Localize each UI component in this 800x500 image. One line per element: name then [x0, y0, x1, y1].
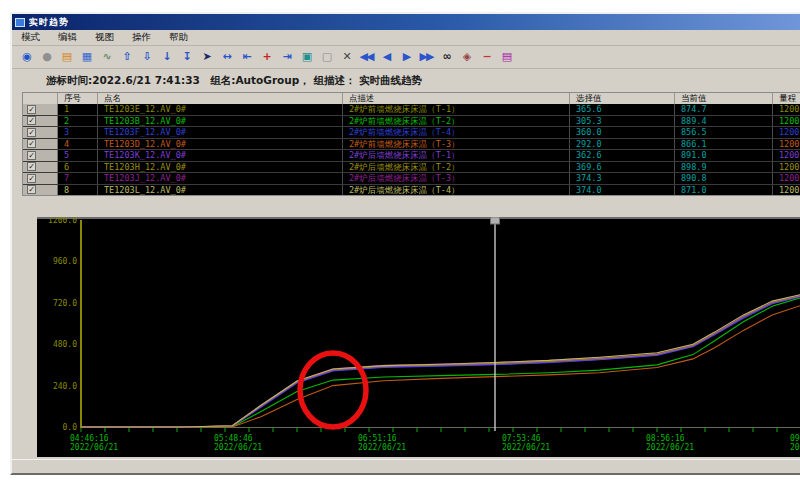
table-row[interactable]: ✓3TE1203F_12.AV_0#2#炉前墙燃烧床床温（T-4）360.085…: [23, 127, 800, 139]
trend-chart-panel[interactable]: 0.0240.0480.0720.0960.01200.004:46:16202…: [37, 217, 800, 457]
range-value: 1200.0: [773, 185, 800, 196]
table-row[interactable]: ✓5TE1203K_12.AV_0#2#炉后墙燃烧床床温（T-1）362.689…: [23, 150, 800, 162]
column-header-4: 选择值: [570, 93, 675, 104]
x-tick-date-label: 2022/06/21: [646, 443, 694, 452]
title-bar[interactable]: 实时趋势: [12, 14, 800, 30]
x-tick-time-label: 05:48:46: [214, 434, 253, 443]
menu-item-3[interactable]: 操作: [123, 31, 160, 44]
skip-forward-icon[interactable]: ▶▶: [416, 48, 436, 66]
row-num: 1: [58, 104, 98, 115]
row-checkbox[interactable]: ✓: [27, 116, 36, 125]
x-tick-time-label: 07:53:46: [502, 434, 541, 443]
menu-item-1[interactable]: 编辑: [49, 31, 86, 44]
row-num: 5: [58, 150, 98, 161]
range-value: 1200.0: [773, 150, 800, 161]
row-checkbox[interactable]: ✓: [27, 105, 36, 114]
row-num: 4: [58, 139, 98, 150]
column-header-0: [23, 93, 58, 104]
scale-up-icon[interactable]: ⇧: [116, 48, 136, 66]
current-value: 890.8: [675, 173, 773, 184]
forward-icon[interactable]: ▶: [396, 48, 416, 66]
current-value: 856.5: [675, 127, 773, 138]
row-checkbox[interactable]: ✓: [27, 162, 36, 171]
align-bottom-icon[interactable]: ↧: [176, 48, 196, 66]
row-num: 6: [58, 162, 98, 173]
scale-down-icon[interactable]: ⇩: [136, 48, 156, 66]
page-start-icon[interactable]: ⇤: [236, 48, 256, 66]
table-row[interactable]: ✓2TE1203B_12.AV_0#2#炉前墙燃烧床床温（T-2）305.388…: [23, 116, 800, 128]
table-row[interactable]: ✓4TE1203D_12.AV_0#2#炉前墙燃烧床床温（T-3）292.086…: [23, 139, 800, 151]
row-checkbox[interactable]: ✓: [27, 128, 36, 137]
menu-item-4[interactable]: 帮助: [160, 31, 197, 44]
toolbar: ◉●▤▦∿⇧⇩↓↧➤↔⇤+⇥▣▢✕◀◀◀▶▶▶∞◈−▤: [12, 46, 800, 69]
snapshot-icon[interactable]: ▣: [296, 48, 316, 66]
window-icon: [15, 18, 25, 27]
remove-icon[interactable]: −: [476, 48, 496, 66]
x-tick-time-label: 06:51:16: [358, 434, 397, 443]
row-checkbox[interactable]: ✓: [27, 139, 36, 148]
skip-back-icon[interactable]: ◀◀: [356, 48, 376, 66]
table-row[interactable]: ✓7TE1203J_12.AV_0#2#炉后墙燃烧床床温（T-3）374.389…: [23, 173, 800, 185]
table-row[interactable]: ✓8TE1203L_12.AV_0#2#炉后墙燃烧床床温（T-4）374.087…: [23, 185, 800, 197]
row-checkbox[interactable]: ✓: [27, 185, 36, 194]
tag-description: 2#炉前墙燃烧床床温（T-2）: [343, 116, 570, 127]
menu-item-2[interactable]: 视图: [86, 31, 123, 44]
row-num: 7: [58, 173, 98, 184]
time-cursor-handle[interactable]: [491, 217, 500, 224]
trend-chart[interactable]: 0.0240.0480.0720.0960.01200.004:46:16202…: [37, 217, 800, 457]
refresh-icon[interactable]: ◉: [16, 48, 36, 66]
page-end-icon[interactable]: ⇥: [276, 48, 296, 66]
range-value: 1200.0: [773, 127, 800, 138]
row-checkbox-cell: ✓: [23, 185, 58, 196]
tag-name: TE1203K_12.AV_0#: [98, 150, 343, 161]
row-checkbox-cell: ✓: [23, 127, 58, 138]
copy-icon[interactable]: ▢: [316, 48, 336, 66]
selected-value: 374.0: [570, 185, 675, 196]
row-checkbox-cell: ✓: [23, 116, 58, 127]
expand-x-icon[interactable]: ↔: [216, 48, 236, 66]
x-tick-date-label: 2022/06/21: [358, 443, 406, 452]
open-folder-icon[interactable]: ▤: [56, 48, 76, 66]
tag-name: TE1203B_12.AV_0#: [98, 116, 343, 127]
range-value: 1200.0: [773, 173, 800, 184]
add-curve-icon[interactable]: +: [256, 48, 276, 66]
tools-icon[interactable]: ✕: [336, 48, 356, 66]
search-icon[interactable]: ∞: [436, 48, 456, 66]
menu-bar: 模式编辑视图操作帮助: [12, 30, 800, 46]
row-checkbox[interactable]: ✓: [27, 151, 36, 160]
row-checkbox-cell: ✓: [23, 150, 58, 161]
current-value: 891.0: [675, 150, 773, 161]
trend-viewer-window: 实时趋势 模式编辑视图操作帮助 ◉●▤▦∿⇧⇩↓↧➤↔⇤+⇥▣▢✕◀◀◀▶▶▶∞…: [10, 12, 800, 475]
row-checkbox-cell: ✓: [23, 139, 58, 150]
tag-name: TE1203J_12.AV_0#: [98, 173, 343, 184]
selected-value: 360.0: [570, 127, 675, 138]
locate-icon[interactable]: ◈: [456, 48, 476, 66]
trend-curve: [81, 295, 800, 428]
curve-mode-icon[interactable]: ∿: [96, 48, 116, 66]
current-value: 889.4: [675, 116, 773, 127]
table-row[interactable]: ✓6TE1203H_12.AV_0#2#炉后墙燃烧床床温（T-2）369.689…: [23, 162, 800, 174]
menu-item-0[interactable]: 模式: [12, 31, 49, 44]
tag-table: 序号点名点描述选择值当前值量程 ✓1TE1203E_12.AV_0#2#炉前墙燃…: [22, 92, 800, 196]
tag-description: 2#炉前墙燃烧床床温（T-1）: [343, 104, 570, 115]
back-icon[interactable]: ◀: [376, 48, 396, 66]
move-down-icon[interactable]: ↓: [156, 48, 176, 66]
data-table-icon[interactable]: ▦: [76, 48, 96, 66]
pointer-icon[interactable]: ➤: [196, 48, 216, 66]
print-icon[interactable]: ▤: [496, 48, 516, 66]
x-tick-time-label: 09:58:46: [790, 434, 800, 443]
tag-name: TE1203D_12.AV_0#: [98, 139, 343, 150]
row-checkbox-cell: ✓: [23, 162, 58, 173]
x-tick-time-label: 04:46:16: [70, 434, 109, 443]
tag-description: 2#炉前墙燃烧床床温（T-4）: [343, 127, 570, 138]
range-value: 1200.0: [773, 104, 800, 115]
pause-icon[interactable]: ●: [36, 48, 56, 66]
table-row[interactable]: ✓1TE1203E_12.AV_0#2#炉前墙燃烧床床温（T-1）365.687…: [23, 104, 800, 116]
row-checkbox[interactable]: ✓: [27, 174, 36, 183]
y-tick-label: 0.0: [63, 423, 78, 432]
selected-value: 292.0: [570, 139, 675, 150]
y-tick-label: 960.0: [53, 257, 77, 266]
row-num: 2: [58, 116, 98, 127]
current-value: 898.9: [675, 162, 773, 173]
trend-curve: [81, 295, 800, 427]
